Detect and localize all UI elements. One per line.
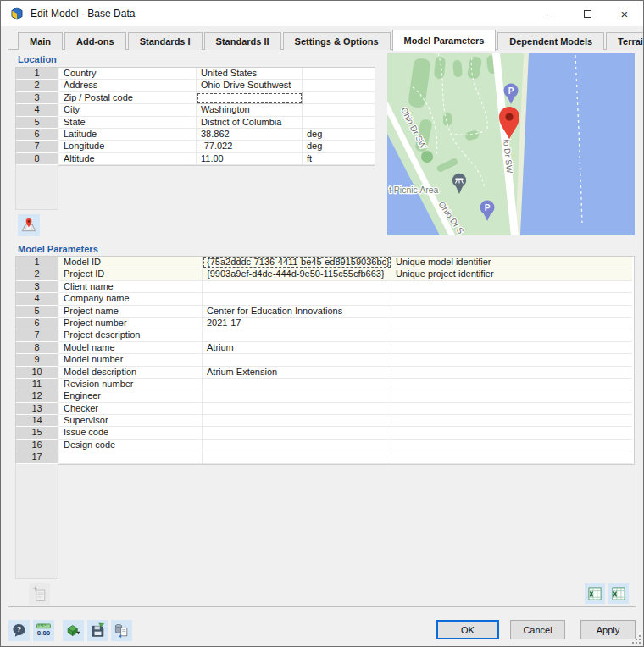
ok-button[interactable]: OK: [436, 620, 499, 639]
row-value-cell[interactable]: [203, 329, 391, 341]
row-unit: deg: [303, 141, 375, 152]
row-value-cell[interactable]: 38.862: [197, 129, 303, 141]
row-number: 7: [16, 329, 59, 341]
row-value-cell[interactable]: [203, 354, 391, 366]
footer-bar: ? 0.00: [1, 607, 643, 646]
row-label: Engineer: [59, 390, 203, 402]
tab[interactable]: Add-ons: [64, 32, 126, 50]
row-comment: [391, 354, 632, 366]
svg-text:P: P: [508, 86, 514, 96]
tab[interactable]: Standards I: [128, 32, 203, 50]
import-excel-button[interactable]: [608, 583, 629, 604]
svg-text:P: P: [485, 203, 491, 213]
row-value-cell[interactable]: Washington: [197, 104, 303, 116]
window-title: Edit Model - Base Data: [31, 8, 135, 19]
row-label: Zip / Postal code: [59, 92, 197, 104]
row-value-cell[interactable]: [197, 92, 303, 104]
row-number: 4: [16, 104, 59, 116]
table-row: 4 Company name: [16, 293, 634, 305]
table-row: 1 Country United States: [16, 68, 375, 80]
table-row: 5 Project name Center for Education Inno…: [16, 306, 634, 318]
row-label: Checker: [59, 403, 203, 415]
table-row: 11 Revision number: [16, 379, 634, 390]
row-number: 3: [16, 92, 59, 104]
row-label: Country: [59, 68, 197, 80]
row-label: Company name: [59, 293, 203, 305]
table-row: 12 Engineer: [16, 390, 634, 402]
import-excel-icon: [610, 585, 627, 602]
row-number: 4: [16, 293, 59, 305]
row-label: Project number: [59, 318, 203, 329]
row-value-cell[interactable]: [203, 403, 391, 415]
row-number: 5: [16, 117, 59, 129]
row-value-cell[interactable]: 2021-17: [203, 318, 391, 329]
row-value-cell[interactable]: Ohio Drive Southwest: [197, 80, 303, 91]
edit-model-dialog: Edit Model - Base Data – × MainAdd-onsSt…: [0, 0, 644, 647]
row-number: 11: [16, 379, 59, 390]
row-comment: [391, 306, 632, 318]
row-label: State: [59, 117, 197, 129]
row-label: Altitude: [59, 153, 197, 165]
row-comment: [391, 427, 632, 439]
row-value-cell[interactable]: [203, 415, 391, 427]
row-value-cell[interactable]: Center for Education Innovations: [203, 306, 391, 318]
row-value-cell[interactable]: [203, 440, 391, 451]
row-value-cell[interactable]: District of Columbia: [197, 117, 303, 129]
row-comment: [391, 318, 632, 329]
new-row-button-disabled[interactable]: [29, 583, 50, 605]
save-template-button[interactable]: [87, 620, 108, 641]
maximize-button[interactable]: [569, 1, 606, 26]
export-excel-button[interactable]: [585, 583, 605, 604]
config-button[interactable]: [63, 620, 84, 641]
tab[interactable]: Model Parameters: [392, 30, 497, 51]
cancel-button[interactable]: Cancel: [510, 620, 565, 639]
units-settings-button[interactable]: 0.00: [33, 620, 54, 641]
table-row: 1 Model ID {75a2dddc-7136-4411-be45-ed89…: [16, 257, 634, 268]
poi-label-picnic-area: t Picnic Area: [389, 185, 439, 195]
row-number: 9: [16, 354, 59, 366]
row-comment: Unique model identifier: [391, 257, 632, 268]
row-number: 10: [16, 367, 59, 379]
row-value-cell[interactable]: {9903a9ef-d4de-444d-9e50-115c55cfb663}: [203, 268, 391, 280]
tab[interactable]: Dependent Models: [497, 32, 604, 50]
row-value-cell[interactable]: [203, 451, 391, 463]
maximize-icon: [584, 10, 591, 18]
location-map[interactable]: Ohio Dr SW io Dr SW Ohio Dr S t Picnic A…: [387, 53, 635, 235]
row-value-cell[interactable]: Atrium: [203, 342, 391, 354]
tab[interactable]: Main: [18, 32, 63, 50]
pick-location-on-map-button[interactable]: [18, 214, 40, 236]
row-value-cell[interactable]: [203, 379, 391, 390]
minimize-button[interactable]: –: [531, 1, 569, 26]
map-pin-picker-icon: [20, 217, 37, 234]
svg-text:?: ?: [17, 625, 21, 633]
row-value-cell[interactable]: [203, 293, 391, 305]
row-value-cell[interactable]: 11.00: [197, 153, 303, 165]
row-value-cell[interactable]: United States: [197, 68, 303, 80]
table-row: 9 Model number: [16, 354, 634, 366]
row-value-cell[interactable]: Atrium Extension: [203, 367, 391, 379]
copy-data-icon: [114, 622, 130, 639]
row-value-cell[interactable]: [203, 281, 391, 293]
tab[interactable]: Terrain: [606, 32, 644, 50]
row-number: 1: [16, 68, 59, 80]
tab[interactable]: Standards II: [204, 32, 281, 50]
apply-button[interactable]: Apply: [580, 620, 636, 639]
location-section-header: Location: [18, 54, 57, 64]
row-value-cell[interactable]: {75a2dddc-7136-4411-be45-ed89159036bc}: [203, 257, 391, 268]
row-number: 17: [16, 451, 59, 463]
row-label: Model name: [59, 342, 203, 354]
row-number: 14: [16, 415, 59, 427]
help-button[interactable]: ?: [8, 620, 30, 641]
row-value-cell[interactable]: [203, 427, 391, 439]
row-value-cell[interactable]: [203, 390, 391, 402]
copy-data-button[interactable]: [111, 620, 132, 641]
tab[interactable]: Settings & Options: [283, 32, 391, 50]
row-label: Model number: [59, 354, 203, 366]
row-number: 2: [16, 268, 59, 280]
location-empty-strip: [15, 165, 58, 210]
resize-grip[interactable]: [631, 634, 641, 644]
row-comment: [391, 367, 632, 379]
close-button[interactable]: ×: [606, 1, 643, 26]
location-table: 1 Country United States 2 Address Ohio D…: [15, 67, 375, 166]
row-value-cell[interactable]: -77.022: [197, 141, 303, 152]
